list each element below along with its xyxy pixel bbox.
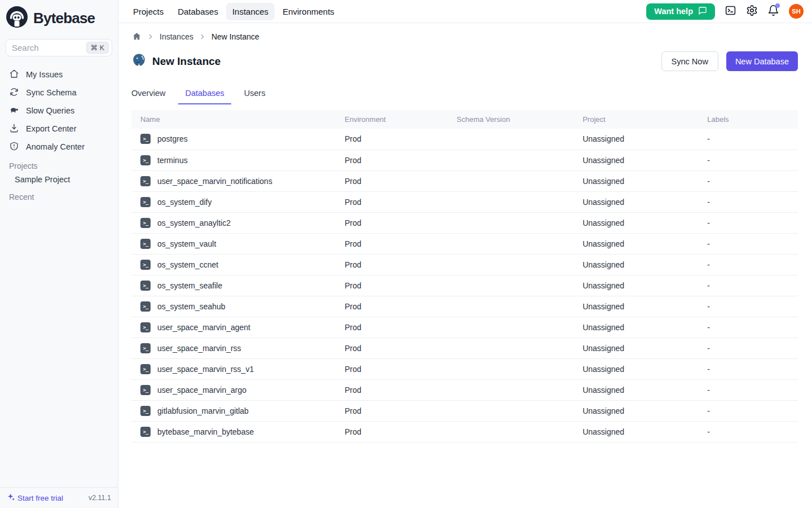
table-row[interactable]: >_user_space_marvin_argoProdUnassigned- bbox=[131, 379, 798, 400]
gear-icon bbox=[746, 5, 758, 18]
sidebar-nav: My Issues Sync Schema bbox=[0, 65, 118, 156]
database-terminal-icon: >_ bbox=[140, 364, 151, 374]
table-row[interactable]: >_postgresProdUnassigned- bbox=[131, 129, 798, 150]
sync-now-button[interactable]: Sync Now bbox=[661, 51, 718, 71]
database-name[interactable]: terminus bbox=[157, 156, 188, 165]
chevron-right-icon bbox=[198, 33, 206, 41]
labels-cell: - bbox=[707, 338, 798, 358]
table-row[interactable]: >_os_system_seahubProdUnassigned- bbox=[131, 296, 798, 317]
schema-version-cell bbox=[457, 129, 582, 150]
breadcrumb-instances[interactable]: Instances bbox=[160, 32, 193, 41]
nav-item-instances[interactable]: Instances bbox=[226, 3, 275, 20]
tab-users[interactable]: Users bbox=[237, 84, 272, 104]
breadcrumb-home-icon[interactable] bbox=[132, 32, 142, 41]
nav-item-databases[interactable]: Databases bbox=[171, 3, 224, 20]
nav-item-environments[interactable]: Environments bbox=[276, 3, 341, 20]
table-body: >_postgresProdUnassigned->_terminusProdU… bbox=[131, 129, 798, 442]
table-row[interactable]: >_os_system_anayltic2ProdUnassigned- bbox=[131, 212, 798, 233]
sync-icon bbox=[9, 87, 19, 99]
database-name[interactable]: os_system_ccnet bbox=[157, 260, 218, 269]
bytebase-logo-icon bbox=[6, 6, 28, 30]
table-row[interactable]: >_gitlabfusion_marvin_gitlabProdUnassign… bbox=[131, 400, 798, 421]
search-input[interactable] bbox=[12, 43, 86, 52]
postgresql-icon bbox=[131, 52, 147, 71]
labels-cell: - bbox=[707, 296, 798, 317]
start-free-trial-link[interactable]: Start free trial bbox=[7, 493, 63, 503]
database-name[interactable]: user_space_marvin_argo bbox=[157, 386, 246, 395]
project-cell: Unassigned bbox=[582, 212, 707, 233]
project-cell: Unassigned bbox=[582, 254, 707, 275]
labels-cell: - bbox=[707, 150, 798, 170]
search-box[interactable]: ⌘ K bbox=[6, 39, 112, 56]
sidebar-item-slow-queries[interactable]: Slow Queries bbox=[0, 102, 118, 120]
tab-overview[interactable]: Overview bbox=[125, 84, 172, 104]
project-cell: Unassigned bbox=[582, 317, 707, 338]
sidebar-item-sync-schema[interactable]: Sync Schema bbox=[0, 84, 118, 102]
labels-cell: - bbox=[707, 275, 798, 296]
environment-cell: Prod bbox=[345, 275, 457, 296]
sidebar-item-anomaly-center[interactable]: Anomaly Center bbox=[0, 138, 118, 156]
table-row[interactable]: >_user_space_marvin_agentProdUnassigned- bbox=[131, 317, 798, 338]
breadcrumb-current: New Instance bbox=[211, 32, 259, 41]
table-row[interactable]: >_os_system_ccnetProdUnassigned- bbox=[131, 254, 798, 275]
table-row[interactable]: >_os_system_difyProdUnassigned- bbox=[131, 191, 798, 212]
tab-bar: Overview Databases Users bbox=[125, 84, 798, 104]
logo[interactable]: Bytebase bbox=[0, 0, 118, 34]
sidebar: Bytebase ⌘ K My Issues bbox=[0, 0, 118, 508]
settings-button[interactable] bbox=[746, 5, 758, 18]
database-name[interactable]: os_system_anayltic2 bbox=[157, 218, 231, 227]
nav-item-projects[interactable]: Projects bbox=[127, 3, 170, 20]
project-cell: Unassigned bbox=[582, 129, 707, 150]
database-name[interactable]: user_space_marvin_rss bbox=[157, 344, 241, 353]
table-header-row: Name Environment Schema Version Project … bbox=[131, 110, 798, 129]
database-terminal-icon: >_ bbox=[140, 134, 151, 144]
database-name[interactable]: user_space_marvin_agent bbox=[157, 323, 250, 332]
database-terminal-icon: >_ bbox=[140, 197, 151, 207]
project-cell: Unassigned bbox=[582, 421, 707, 442]
page-title-text: New Instance bbox=[152, 55, 220, 68]
environment-cell: Prod bbox=[345, 338, 457, 358]
table-row[interactable]: >_os_system_vaultProdUnassigned- bbox=[131, 233, 798, 254]
project-cell: Unassigned bbox=[582, 400, 707, 421]
schema-version-cell bbox=[457, 275, 582, 296]
table-row[interactable]: >_bytebase_marvin_bytebaseProdUnassigned… bbox=[131, 421, 798, 442]
environment-cell: Prod bbox=[345, 212, 457, 233]
database-name[interactable]: user_space_marvin_notifications bbox=[157, 177, 272, 186]
database-terminal-icon: >_ bbox=[140, 281, 151, 291]
database-name[interactable]: bytebase_marvin_bytebase bbox=[157, 427, 254, 436]
table-row[interactable]: >_os_system_seafileProdUnassigned- bbox=[131, 275, 798, 296]
table-row[interactable]: >_user_space_marvin_notificationsProdUna… bbox=[131, 170, 798, 191]
new-database-button[interactable]: New Database bbox=[726, 51, 798, 71]
environment-cell: Prod bbox=[345, 421, 457, 442]
notifications-button[interactable] bbox=[767, 5, 779, 18]
sidebar-section-recent: Recent bbox=[0, 187, 118, 203]
database-terminal-icon: >_ bbox=[140, 343, 151, 353]
database-name[interactable]: os_system_seafile bbox=[157, 281, 222, 290]
database-name[interactable]: os_system_vault bbox=[157, 239, 216, 248]
sql-editor-button[interactable] bbox=[725, 5, 736, 18]
want-help-button[interactable]: Want help bbox=[646, 3, 715, 20]
table-row[interactable]: >_terminusProdUnassigned- bbox=[131, 150, 798, 170]
table-row[interactable]: >_user_space_marvin_rssProdUnassigned- bbox=[131, 338, 798, 358]
page-content: New Instance Sync Now New Database Overv… bbox=[118, 46, 812, 508]
database-name[interactable]: os_system_seahub bbox=[157, 302, 226, 311]
environment-cell: Prod bbox=[345, 358, 457, 379]
sidebar-item-export-center[interactable]: Export Center bbox=[0, 120, 118, 138]
sidebar-item-label: Export Center bbox=[26, 124, 76, 133]
sidebar-item-my-issues[interactable]: My Issues bbox=[0, 65, 118, 84]
database-name[interactable]: user_space_marvin_rss_v1 bbox=[157, 365, 254, 374]
database-name[interactable]: os_system_dify bbox=[157, 198, 211, 207]
topnav-right-cluster: Want help bbox=[646, 3, 804, 20]
database-name[interactable]: gitlabfusion_marvin_gitlab bbox=[157, 406, 249, 415]
version-label: v2.11.1 bbox=[89, 494, 111, 502]
schema-version-cell bbox=[457, 338, 582, 358]
table-row[interactable]: >_user_space_marvin_rss_v1ProdUnassigned… bbox=[131, 358, 798, 379]
schema-version-cell bbox=[457, 191, 582, 212]
column-header-labels: Labels bbox=[707, 110, 798, 129]
sidebar-item-label: My Issues bbox=[26, 70, 63, 79]
labels-cell: - bbox=[707, 191, 798, 212]
sidebar-item-sample-project[interactable]: Sample Project bbox=[0, 172, 118, 187]
database-name[interactable]: postgres bbox=[157, 134, 188, 143]
avatar[interactable]: SH bbox=[789, 4, 804, 19]
tab-databases[interactable]: Databases bbox=[178, 84, 231, 104]
